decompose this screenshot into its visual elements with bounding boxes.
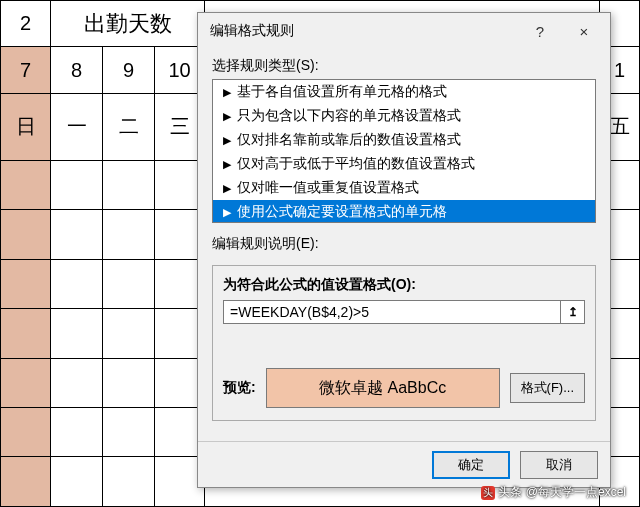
triangle-icon: ▶ bbox=[223, 158, 231, 171]
cell-value: 2 bbox=[20, 12, 31, 34]
cell[interactable] bbox=[51, 407, 103, 456]
cell[interactable] bbox=[1, 457, 51, 507]
rule-item-formula[interactable]: ▶使用公式确定要设置格式的单元格 bbox=[213, 200, 595, 223]
triangle-icon: ▶ bbox=[223, 86, 231, 99]
cell-topleft[interactable]: 2 bbox=[1, 1, 51, 47]
rule-type-label: 选择规则类型(S): bbox=[212, 57, 596, 75]
cell[interactable] bbox=[103, 407, 155, 456]
close-icon: × bbox=[580, 23, 589, 40]
cell-title[interactable]: 出勤天数 bbox=[51, 1, 205, 47]
cell[interactable] bbox=[51, 457, 103, 507]
triangle-icon: ▶ bbox=[223, 134, 231, 147]
cell[interactable] bbox=[103, 210, 155, 259]
cell[interactable] bbox=[103, 259, 155, 308]
rule-item-all-cells[interactable]: ▶基于各自值设置所有单元格的格式 bbox=[213, 80, 595, 104]
close-button[interactable]: × bbox=[562, 16, 606, 46]
cell[interactable] bbox=[103, 457, 155, 507]
rule-item-unique-duplicate[interactable]: ▶仅对唯一值或重复值设置格式 bbox=[213, 176, 595, 200]
header-8[interactable]: 8 bbox=[51, 47, 103, 93]
triangle-icon: ▶ bbox=[223, 110, 231, 123]
dialog-footer: 确定 取消 bbox=[198, 441, 610, 487]
rule-type-list[interactable]: ▶基于各自值设置所有单元格的格式 ▶只为包含以下内容的单元格设置格式 ▶仅对排名… bbox=[212, 79, 596, 223]
cell[interactable] bbox=[51, 309, 103, 358]
rule-item-contains[interactable]: ▶只为包含以下内容的单元格设置格式 bbox=[213, 104, 595, 128]
cell[interactable] bbox=[51, 160, 103, 209]
triangle-icon: ▶ bbox=[223, 206, 231, 219]
format-button[interactable]: 格式(F)... bbox=[510, 373, 585, 403]
day-sun[interactable]: 日 bbox=[1, 93, 51, 160]
dialog-titlebar: 编辑格式规则 ? × bbox=[198, 13, 610, 49]
help-icon: ? bbox=[536, 23, 544, 40]
cancel-button[interactable]: 取消 bbox=[520, 451, 598, 479]
collapse-icon: ↥ bbox=[568, 305, 578, 319]
triangle-icon: ▶ bbox=[223, 182, 231, 195]
rule-desc-panel: 为符合此公式的值设置格式(O): ↥ 预览: 微软卓越 AaBbCc 格式(F)… bbox=[212, 265, 596, 421]
rule-item-top-bottom[interactable]: ▶仅对排名靠前或靠后的数值设置格式 bbox=[213, 128, 595, 152]
dialog-body: 选择规则类型(S): ▶基于各自值设置所有单元格的格式 ▶只为包含以下内容的单元… bbox=[198, 49, 610, 441]
header-7[interactable]: 7 bbox=[1, 47, 51, 93]
formula-input[interactable] bbox=[223, 300, 561, 324]
cell[interactable] bbox=[51, 259, 103, 308]
ok-button[interactable]: 确定 bbox=[432, 451, 510, 479]
help-button[interactable]: ? bbox=[518, 16, 562, 46]
cell[interactable] bbox=[1, 358, 51, 407]
cell[interactable] bbox=[51, 210, 103, 259]
day-mon[interactable]: 一 bbox=[51, 93, 103, 160]
day-tue[interactable]: 二 bbox=[103, 93, 155, 160]
cell[interactable] bbox=[1, 160, 51, 209]
rule-item-above-below-avg[interactable]: ▶仅对高于或低于平均值的数值设置格式 bbox=[213, 152, 595, 176]
edit-format-rule-dialog: 编辑格式规则 ? × 选择规则类型(S): ▶基于各自值设置所有单元格的格式 ▶… bbox=[197, 12, 611, 488]
formula-heading: 为符合此公式的值设置格式(O): bbox=[223, 276, 585, 294]
header-9[interactable]: 9 bbox=[103, 47, 155, 93]
cell[interactable] bbox=[1, 407, 51, 456]
preview-label: 预览: bbox=[223, 379, 256, 397]
cell[interactable] bbox=[103, 160, 155, 209]
range-picker-button[interactable]: ↥ bbox=[561, 300, 585, 324]
rule-desc-label: 编辑规则说明(E): bbox=[212, 235, 596, 253]
cell[interactable] bbox=[1, 309, 51, 358]
dialog-title: 编辑格式规则 bbox=[210, 22, 518, 40]
cell[interactable] bbox=[103, 309, 155, 358]
preview-sample: 微软卓越 AaBbCc bbox=[266, 368, 500, 408]
cell[interactable] bbox=[103, 358, 155, 407]
cell[interactable] bbox=[1, 210, 51, 259]
cell[interactable] bbox=[1, 259, 51, 308]
cell[interactable] bbox=[51, 358, 103, 407]
